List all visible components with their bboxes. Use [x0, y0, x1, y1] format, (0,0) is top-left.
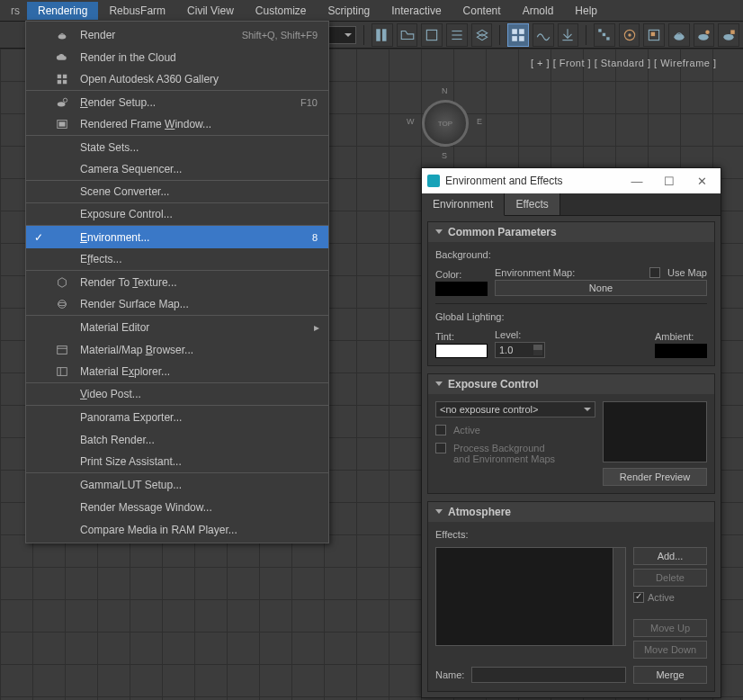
rollout-header[interactable]: Exposure Control	[428, 374, 714, 394]
rollout-header[interactable]: Atmosphere	[428, 502, 714, 522]
svg-rect-7	[519, 29, 524, 34]
exposure-select[interactable]: <no exposure control>	[435, 401, 595, 417]
env-map-button[interactable]: None	[495, 280, 707, 296]
process-bg-checkbox[interactable]	[435, 443, 446, 453]
menu-rebusfarm[interactable]: RebusFarm	[98, 2, 176, 20]
active-checkbox[interactable]	[633, 592, 644, 603]
menu-item[interactable]: Material Editor▸	[26, 316, 328, 338]
toolbar-btn-8[interactable]	[558, 23, 579, 47]
menu-help[interactable]: Help	[564, 2, 608, 20]
svg-rect-11	[598, 29, 601, 31]
menu-item[interactable]: Gamma/LUT Setup...	[26, 473, 328, 496]
menu-item[interactable]: Rendered Frame Window...	[26, 113, 328, 136]
toolbar-btn-11[interactable]	[643, 23, 665, 47]
menu-item[interactable]: Batch Render...	[26, 428, 328, 451]
menu-item[interactable]: Open Autodesk A360 Gallery	[26, 68, 328, 91]
background-color-swatch[interactable]	[435, 282, 488, 296]
delete-button[interactable]: Delete	[633, 569, 707, 587]
menu-item-label: Render Setup...	[78, 96, 293, 109]
tab-environment[interactable]: Environment	[422, 193, 505, 216]
toolbar-btn-6[interactable]	[507, 23, 529, 47]
rollout-header[interactable]: Common Parameters	[428, 222, 714, 242]
toolbar-teapot-2[interactable]	[694, 23, 715, 47]
svg-rect-25	[63, 75, 67, 78]
menu-item[interactable]: Render in the Cloud	[26, 46, 328, 68]
minimize-button[interactable]: —	[623, 175, 650, 188]
svg-rect-22	[730, 30, 735, 34]
close-button[interactable]: ✕	[688, 175, 715, 188]
dialog-titlebar[interactable]: Environment and Effects — ☐ ✕	[422, 168, 721, 193]
viewcube[interactable]: TOP N S W E	[412, 90, 479, 157]
use-map-checkbox[interactable]	[649, 267, 660, 278]
menu-item[interactable]: Render To Texture...	[26, 271, 328, 293]
menu-item-label: Exposure Control...	[78, 208, 321, 220]
dialog-title: Environment and Effects	[445, 175, 618, 187]
toolbar-btn-1[interactable]	[372, 23, 393, 47]
color-label: Color:	[435, 269, 488, 280]
toolbar-btn-10[interactable]	[619, 23, 640, 47]
render-preview-button[interactable]: Render Preview	[603, 468, 707, 486]
menu-interactive[interactable]: Interactive	[380, 2, 452, 20]
svg-rect-2	[427, 30, 437, 40]
toolbar-btn-3[interactable]	[421, 23, 443, 47]
active-checkbox[interactable]	[435, 425, 446, 435]
menu-item[interactable]: Render Setup...F10	[26, 91, 328, 113]
toolbar-btn-2[interactable]	[397, 23, 418, 47]
grid-icon	[53, 73, 71, 85]
menu-item[interactable]: Video Post...	[26, 383, 328, 406]
menu-item[interactable]: Scene Converter...	[26, 181, 328, 203]
tint-swatch[interactable]	[435, 344, 488, 358]
scrollbar[interactable]	[613, 548, 625, 645]
menu-item[interactable]: Compare Media in RAM Player...	[26, 518, 328, 541]
menu-civilview[interactable]: Civil View	[176, 2, 245, 20]
menu-item[interactable]: Material Explorer...	[26, 361, 328, 383]
ambient-swatch[interactable]	[655, 344, 707, 358]
menu-item[interactable]: RenderShift+Q, Shift+F9	[26, 23, 328, 46]
moveup-button[interactable]: Move Up	[633, 619, 707, 637]
toolbar-btn-7[interactable]	[533, 23, 554, 47]
effects-listbox[interactable]	[435, 547, 626, 646]
toolbar-btn-9[interactable]	[594, 23, 615, 47]
menu-item[interactable]: Material/Map Browser...	[26, 338, 328, 361]
toolbar-btn-5[interactable]	[471, 23, 493, 47]
menu-item[interactable]: Effects...	[26, 248, 328, 271]
menu-item[interactable]: Print Size Assistant...	[26, 451, 328, 473]
menu-scripting[interactable]: Scripting	[318, 2, 381, 20]
svg-point-28	[58, 102, 66, 106]
menu-rendering[interactable]: Rendering	[27, 2, 98, 20]
level-spinner[interactable]: 1.0	[495, 342, 545, 358]
maximize-button[interactable]: ☐	[656, 175, 683, 188]
menu-content[interactable]: Content	[452, 2, 512, 20]
menu-arnold[interactable]: Arnold	[512, 2, 565, 20]
toolbar-teapot-1[interactable]	[668, 23, 690, 47]
svg-point-29	[63, 98, 67, 102]
viewport-label[interactable]: [ + ] [ Front ] [ Standard ] [ Wireframe…	[531, 58, 717, 68]
menu-item-label: State Sets...	[78, 141, 321, 154]
menu-item-label: Material/Map Browser...	[78, 344, 321, 356]
add-button[interactable]: Add...	[633, 547, 707, 565]
app-icon	[427, 175, 440, 187]
rollout-common-parameters: Common Parameters Background: Color: Env…	[427, 221, 715, 366]
environment-dialog: Environment and Effects — ☐ ✕ Environmen…	[421, 167, 721, 698]
menu-shortcut: F10	[300, 97, 321, 108]
menu-item[interactable]: Panorama Exporter...	[26, 406, 328, 428]
movedown-button[interactable]: Move Down	[633, 641, 707, 659]
menu-customize[interactable]: Customize	[245, 2, 318, 20]
menu-item[interactable]: State Sets...	[26, 136, 328, 158]
menu-item[interactable]: Render Surface Map...	[26, 293, 328, 316]
menu-item[interactable]: Camera Sequencer...	[26, 158, 328, 181]
svg-rect-12	[603, 32, 605, 35]
merge-button[interactable]: Merge	[633, 666, 707, 684]
menu-item[interactable]: Exposure Control...	[26, 203, 328, 226]
menu-item[interactable]: Render Message Window...	[26, 496, 328, 518]
menu-item-label: Camera Sequencer...	[78, 163, 321, 175]
menu-item[interactable]: ✓Environment...8	[26, 226, 328, 248]
toolbar-btn-4[interactable]	[446, 23, 468, 47]
menu-item-label: Compare Media in RAM Player...	[78, 524, 321, 536]
viewcube-face[interactable]: TOP	[422, 100, 469, 147]
name-field[interactable]	[471, 667, 626, 683]
menu-item-label: Panorama Exporter...	[78, 411, 321, 424]
tab-effects[interactable]: Effects	[505, 193, 559, 215]
toolbar-teapot-3[interactable]	[718, 23, 739, 47]
svg-rect-17	[651, 31, 656, 36]
